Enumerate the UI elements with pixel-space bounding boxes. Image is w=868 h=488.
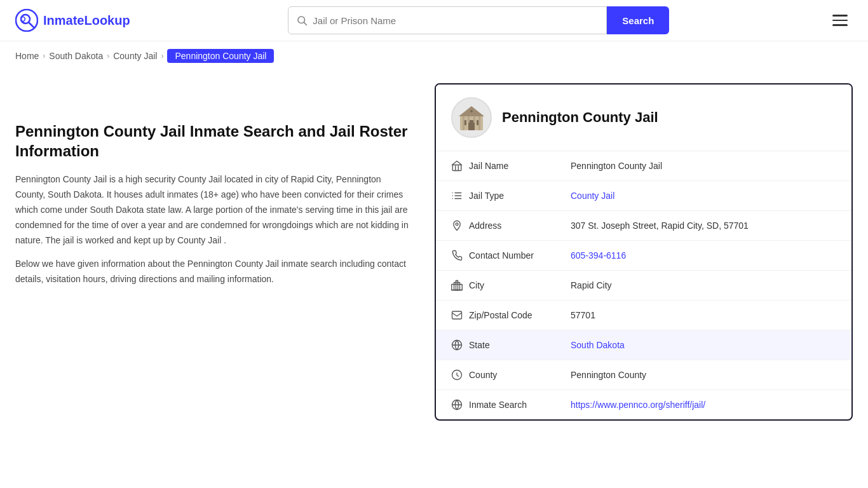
svg-rect-24 bbox=[452, 285, 463, 290]
main-content: Pennington County Jail Inmate Search and… bbox=[0, 71, 868, 446]
search-icon bbox=[296, 15, 308, 26]
svg-rect-14 bbox=[468, 116, 470, 123]
hamburger-line-3 bbox=[832, 24, 848, 26]
search-input[interactable] bbox=[313, 15, 599, 26]
location-icon bbox=[451, 220, 469, 231]
breadcrumb-home[interactable]: Home bbox=[15, 51, 39, 61]
county-icon bbox=[451, 369, 469, 381]
row-label-1: Jail Type bbox=[469, 191, 571, 201]
globe-icon bbox=[451, 339, 469, 351]
search-area: Search bbox=[288, 6, 669, 34]
header: Q InmateLookup Search bbox=[0, 0, 868, 41]
row-link-1[interactable]: County Jail bbox=[571, 191, 614, 201]
info-card: Pennington County Jail Jail NamePenningt… bbox=[435, 83, 853, 421]
card-title: Pennington County Jail bbox=[502, 109, 658, 126]
logo-text: InmateLookup bbox=[43, 13, 130, 28]
logo-icon: Q bbox=[15, 9, 38, 32]
row-value-5: 57701 bbox=[571, 310, 836, 320]
jail-icon bbox=[451, 160, 469, 172]
card-header: Pennington County Jail bbox=[436, 85, 851, 151]
row-label-2: Address bbox=[469, 220, 571, 231]
city-icon bbox=[451, 280, 469, 291]
svg-text:Q: Q bbox=[20, 15, 26, 23]
row-value-6[interactable]: South Dakota bbox=[571, 340, 836, 350]
info-row-address: Address307 St. Joseph Street, Rapid City… bbox=[436, 211, 851, 241]
breadcrumb-chevron-2: › bbox=[107, 51, 109, 60]
svg-point-0 bbox=[16, 10, 37, 31]
info-row-city: CityRapid City bbox=[436, 271, 851, 301]
info-row-inmate-search: Inmate Searchhttps://www.pennco.org/sher… bbox=[436, 390, 851, 419]
phone-icon bbox=[451, 250, 469, 261]
row-label-7: County bbox=[469, 370, 571, 380]
svg-point-11 bbox=[470, 110, 473, 112]
mail-icon bbox=[451, 309, 469, 321]
breadcrumb-current: Pennington County Jail bbox=[167, 49, 274, 63]
info-row-zip/postal-code: Zip/Postal Code57701 bbox=[436, 301, 851, 330]
row-label-5: Zip/Postal Code bbox=[469, 310, 571, 320]
row-link-3[interactable]: 605-394-6116 bbox=[571, 250, 626, 261]
row-label-0: Jail Name bbox=[469, 161, 571, 171]
row-label-6: State bbox=[469, 340, 571, 350]
row-link-6[interactable]: South Dakota bbox=[571, 340, 625, 350]
breadcrumb-chevron-3: › bbox=[161, 51, 163, 60]
info-table: Jail NamePennington County JailJail Type… bbox=[436, 151, 851, 419]
info-row-jail-type: Jail TypeCounty Jail bbox=[436, 181, 851, 211]
search-button[interactable]: Search bbox=[607, 6, 669, 34]
svg-rect-25 bbox=[454, 283, 460, 290]
breadcrumb-chevron-1: › bbox=[43, 51, 45, 60]
row-label-4: City bbox=[469, 280, 571, 290]
search-wrapper bbox=[288, 6, 607, 34]
logo-link[interactable]: Q InmateLookup bbox=[15, 9, 130, 32]
jail-avatar bbox=[451, 97, 492, 138]
row-value-4: Rapid City bbox=[571, 280, 836, 290]
svg-line-2 bbox=[29, 22, 34, 27]
svg-rect-28 bbox=[452, 311, 462, 319]
row-value-8[interactable]: https://www.pennco.org/sheriff/jail/ bbox=[571, 400, 836, 410]
row-value-2: 307 St. Joseph Street, Rapid City, SD, 5… bbox=[571, 220, 836, 231]
svg-rect-13 bbox=[478, 116, 480, 130]
svg-rect-16 bbox=[452, 165, 461, 171]
svg-rect-15 bbox=[473, 116, 475, 123]
description-para-2: Below we have given information about th… bbox=[15, 257, 409, 287]
info-row-county: CountyPennington County bbox=[436, 360, 851, 390]
breadcrumb-type[interactable]: County Jail bbox=[113, 51, 157, 61]
list-icon bbox=[451, 190, 469, 201]
info-row-jail-name: Jail NamePennington County Jail bbox=[436, 151, 851, 181]
row-link-8[interactable]: https://www.pennco.org/sheriff/jail/ bbox=[571, 400, 705, 410]
row-value-0: Pennington County Jail bbox=[571, 161, 836, 171]
breadcrumb-state[interactable]: South Dakota bbox=[49, 51, 103, 61]
row-value-3[interactable]: 605-394-6116 bbox=[571, 250, 836, 261]
hamburger-menu[interactable] bbox=[827, 10, 853, 31]
row-label-8: Inmate Search bbox=[469, 400, 571, 410]
svg-point-23 bbox=[456, 223, 458, 226]
page-heading: Pennington County Jail Inmate Search and… bbox=[15, 121, 409, 161]
search-globe-icon bbox=[451, 399, 469, 410]
row-label-3: Contact Number bbox=[469, 250, 571, 261]
row-value-7: Pennington County bbox=[571, 370, 836, 380]
row-value-1[interactable]: County Jail bbox=[571, 191, 836, 201]
breadcrumb: Home › South Dakota › County Jail › Penn… bbox=[0, 41, 868, 71]
info-row-contact-number: Contact Number605-394-6116 bbox=[436, 241, 851, 271]
svg-rect-12 bbox=[463, 116, 465, 130]
svg-rect-26 bbox=[456, 281, 458, 290]
description-para-1: Pennington County Jail is a high securit… bbox=[15, 172, 409, 248]
left-content: Pennington County Jail Inmate Search and… bbox=[15, 83, 409, 421]
svg-line-5 bbox=[304, 22, 307, 25]
jail-building-icon bbox=[456, 102, 487, 133]
hamburger-line-2 bbox=[832, 20, 848, 22]
hamburger-line-1 bbox=[832, 15, 848, 17]
info-row-state: StateSouth Dakota bbox=[436, 330, 851, 360]
